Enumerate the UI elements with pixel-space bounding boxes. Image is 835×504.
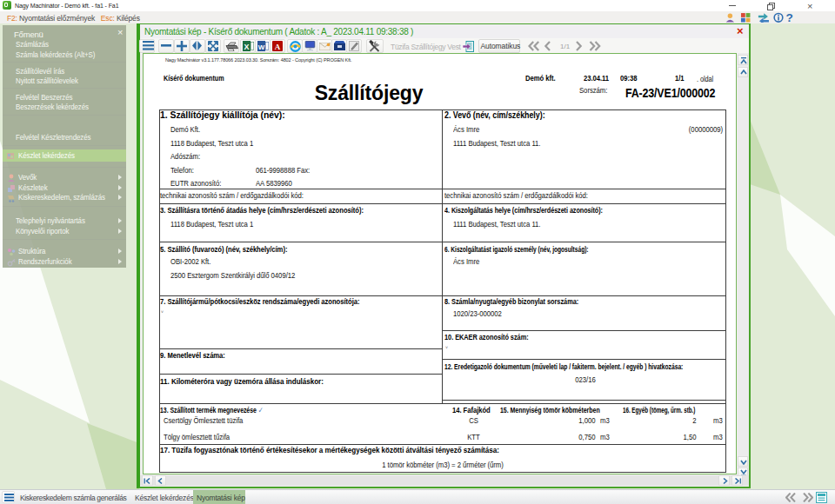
svg-text:A: A	[274, 43, 280, 51]
svg-text:W: W	[257, 43, 264, 51]
svg-text:?: ?	[785, 12, 792, 23]
svg-text:X: X	[244, 43, 249, 51]
